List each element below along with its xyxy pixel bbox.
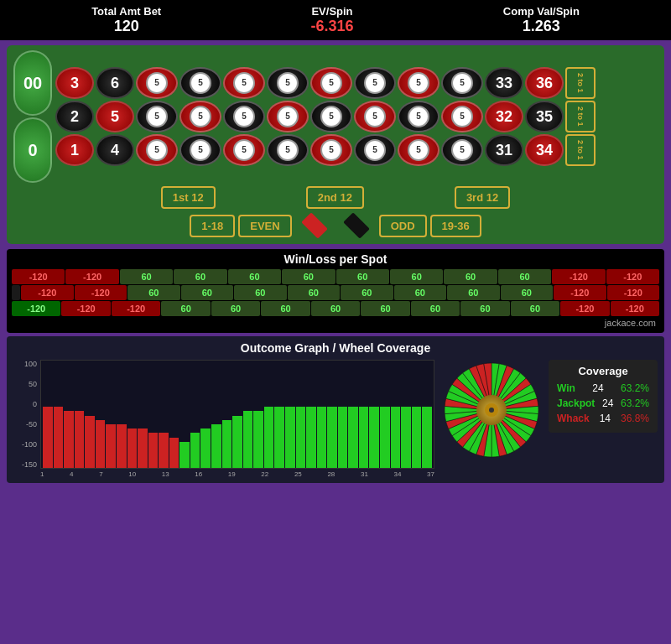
- bar-item: [285, 407, 295, 468]
- double-zero[interactable]: 00: [13, 50, 52, 116]
- number-chip-15[interactable]: [398, 101, 440, 132]
- graph-area: 100 50 0 -50 -100 -150 14710131619222528…: [13, 360, 434, 478]
- wl-cell: 60: [228, 269, 281, 284]
- number-chip-10[interactable]: [179, 101, 221, 132]
- number-chip-5[interactable]: [310, 67, 352, 99]
- outcome-content: 100 50 0 -50 -100 -150 14710131619222528…: [13, 360, 658, 478]
- total-amt-bet-label: Total Amt Bet: [91, 5, 161, 18]
- bar-item: [359, 407, 369, 468]
- winloss-title: Win/Loss per Spot: [12, 252, 659, 266]
- y-label-100: 100: [13, 360, 37, 368]
- number-2[interactable]: 2: [55, 101, 94, 132]
- number-32[interactable]: 32: [485, 101, 523, 132]
- wl-cell: 60: [282, 269, 335, 284]
- number-chip-18[interactable]: [179, 134, 221, 166]
- bar-item: [369, 407, 379, 468]
- number-33[interactable]: 33: [485, 67, 523, 99]
- col2to1-top[interactable]: 2 to 1: [565, 67, 596, 99]
- number-chip-24[interactable]: [441, 134, 483, 166]
- number-36[interactable]: 36: [525, 67, 564, 99]
- coverage-jackpot-row: Jackpot 24 63.2%: [557, 397, 649, 409]
- number-chip-4[interactable]: [267, 67, 309, 99]
- winloss-row-3: -120 -120 -120 60 60 60 60 60 60 60 60 -…: [12, 301, 659, 316]
- x-label: 31: [361, 470, 368, 478]
- number-6[interactable]: 6: [96, 67, 134, 99]
- bar-item: [232, 416, 242, 468]
- number-4[interactable]: 4: [96, 134, 134, 166]
- x-label: 22: [261, 470, 268, 478]
- wl-cell: 60: [234, 285, 287, 300]
- first-dozen[interactable]: 1st 12: [161, 186, 216, 209]
- y-label-neg150: -150: [13, 460, 37, 469]
- number-chip-19[interactable]: [223, 134, 265, 166]
- number-chip-14[interactable]: [354, 101, 396, 132]
- bar-item: [391, 407, 401, 468]
- number-chip-6[interactable]: [354, 67, 396, 99]
- red-diamond-wrap[interactable]: [295, 212, 334, 239]
- x-label: 4: [70, 470, 73, 478]
- number-chip-12[interactable]: [267, 101, 309, 132]
- coverage-whack-pct: 36.8%: [621, 413, 649, 424]
- third-dozen[interactable]: 3rd 12: [455, 186, 510, 209]
- number-35[interactable]: 35: [525, 101, 564, 132]
- number-chip-16[interactable]: [441, 101, 483, 132]
- even-bet[interactable]: EVEN: [238, 215, 291, 237]
- bar-item: [380, 407, 390, 468]
- y-label-50: 50: [13, 380, 37, 388]
- wl-cell: 60: [511, 301, 559, 316]
- coverage-jackpot-label: Jackpot: [557, 397, 595, 409]
- odd-bet[interactable]: ODD: [379, 215, 427, 237]
- number-chip-17[interactable]: [136, 134, 178, 166]
- number-3[interactable]: 3: [55, 67, 94, 99]
- wl-cell: -120: [75, 285, 127, 300]
- number-chip-9[interactable]: [136, 101, 178, 132]
- number-chip-13[interactable]: [310, 101, 352, 132]
- low-bet[interactable]: 1-18: [190, 215, 235, 237]
- x-label: 13: [162, 470, 169, 478]
- black-diamond-wrap[interactable]: [337, 212, 376, 239]
- outcome-section: Outcome Graph / Wheel Coverage 100 50 0 …: [7, 336, 664, 483]
- x-label: 10: [128, 470, 136, 478]
- wl-cell: -120: [65, 269, 118, 284]
- wl-cell: 60: [311, 301, 360, 316]
- bar-item: [253, 411, 263, 468]
- number-chip-8[interactable]: [441, 67, 483, 99]
- col2to1-bot[interactable]: 2 to 1: [565, 134, 596, 166]
- number-chip-11[interactable]: [223, 101, 265, 132]
- coverage-whack-label: Whack: [557, 413, 590, 424]
- coverage-whack-count: 14: [600, 413, 611, 424]
- bar-item: [274, 407, 284, 468]
- numbers-grid: 3 6 33 36 2 to 1 2 5: [55, 67, 658, 166]
- coverage-jackpot-pct: 63.2%: [621, 397, 649, 409]
- high-bet[interactable]: 19-36: [430, 215, 481, 237]
- col2to1-mid[interactable]: 2 to 1: [565, 101, 596, 132]
- number-chip-1[interactable]: [136, 67, 178, 99]
- number-chip-2[interactable]: [179, 67, 221, 99]
- number-chip-3[interactable]: [223, 67, 265, 99]
- wl-cell-green: -120: [12, 301, 60, 316]
- bar-item: [327, 407, 337, 468]
- bar-item: [117, 424, 127, 468]
- chart-bars: [40, 360, 434, 469]
- bar-item: [412, 407, 422, 468]
- number-chip-23[interactable]: [398, 134, 440, 166]
- number-31[interactable]: 31: [485, 134, 523, 166]
- x-label: 7: [99, 470, 102, 478]
- number-34[interactable]: 34: [525, 134, 564, 166]
- number-chip-21[interactable]: [310, 134, 352, 166]
- number-chip-20[interactable]: [267, 134, 309, 166]
- bar-item: [148, 433, 159, 468]
- bar-item: [296, 407, 306, 468]
- number-5[interactable]: 5: [96, 101, 134, 132]
- ev-spin-stat: EV/Spin -6.316: [310, 5, 353, 35]
- bar-item: [222, 420, 232, 468]
- dozen-bets: 1st 12 2nd 12 3rd 12: [13, 186, 658, 209]
- bar-item: [200, 428, 211, 468]
- number-chip-7[interactable]: [398, 67, 440, 99]
- black-diamond-icon: [343, 212, 370, 239]
- number-1[interactable]: 1: [55, 134, 94, 166]
- single-zero[interactable]: 0: [13, 117, 52, 183]
- number-chip-22[interactable]: [354, 134, 396, 166]
- wl-cell: 60: [498, 269, 551, 284]
- second-dozen[interactable]: 2nd 12: [306, 186, 364, 209]
